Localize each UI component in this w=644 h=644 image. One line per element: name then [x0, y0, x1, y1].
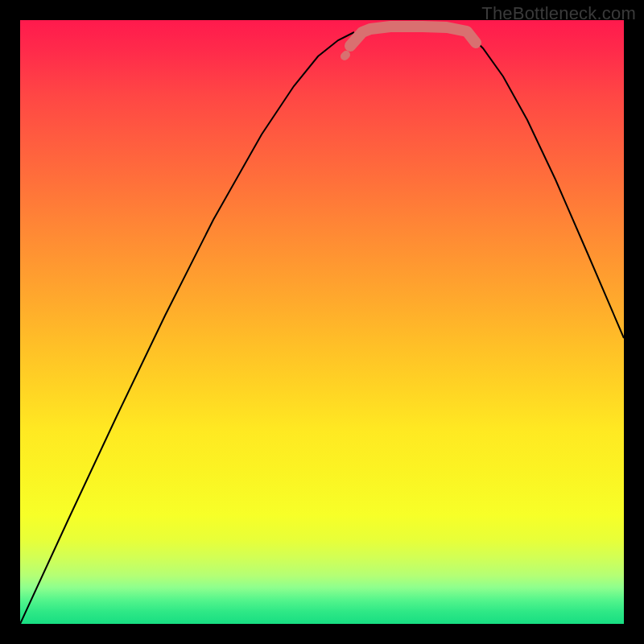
watermark-text: TheBottleneck.com: [481, 3, 636, 24]
chart-frame: TheBottleneck.com: [0, 0, 644, 644]
series-right-curve: [467, 32, 624, 338]
series-valley-marker: [350, 27, 476, 46]
series-valley-dot: [345, 55, 346, 56]
series-group: [20, 27, 624, 624]
series-left-curve: [20, 32, 354, 624]
chart-svg: [20, 20, 624, 624]
